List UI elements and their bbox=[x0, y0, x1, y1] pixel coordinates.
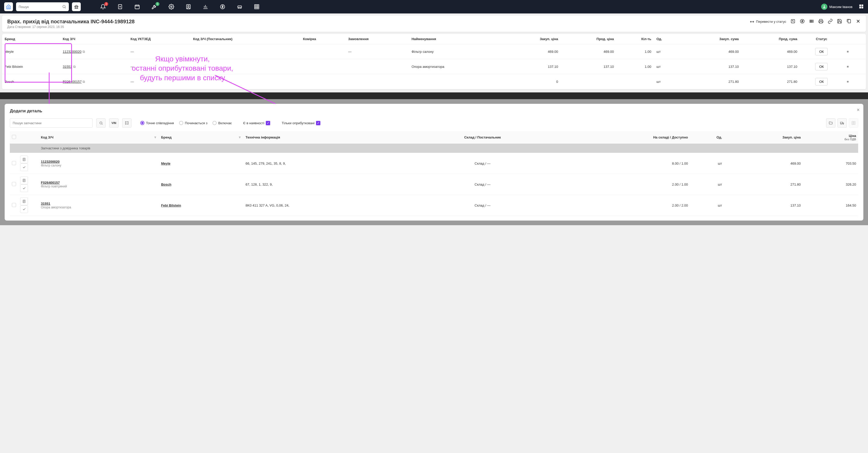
col-supplier-code[interactable]: Код З/Ч (Постачальник) bbox=[190, 34, 300, 44]
copy-icon[interactable]: ⧉ bbox=[83, 50, 85, 54]
layout-button[interactable] bbox=[849, 118, 858, 128]
parts-col-stock[interactable]: Склад / Постачальник bbox=[411, 131, 554, 144]
svg-point-18 bbox=[100, 122, 102, 124]
vehicles-button[interactable] bbox=[236, 3, 243, 10]
row-doc-button[interactable] bbox=[20, 177, 28, 184]
row-menu-button[interactable]: ≡ bbox=[846, 79, 850, 85]
part-code-link[interactable]: F026400157 bbox=[41, 181, 157, 185]
col-status[interactable]: Статус bbox=[800, 34, 843, 44]
parts-col-brand[interactable]: Бренд ▼ bbox=[159, 131, 243, 144]
brand-link[interactable]: Febi Bilstein bbox=[161, 204, 181, 207]
status-button[interactable]: ОК bbox=[815, 63, 828, 70]
filter-icon[interactable]: ▼ bbox=[238, 135, 242, 139]
col-sell-price[interactable]: Прод. ціна bbox=[561, 34, 617, 44]
calendar-icon bbox=[134, 4, 140, 9]
finance-button[interactable] bbox=[219, 3, 226, 10]
col-brand[interactable]: Бренд bbox=[2, 34, 60, 44]
tools-button[interactable]: 1 bbox=[151, 3, 158, 10]
truck-button[interactable] bbox=[837, 118, 847, 128]
svg-point-0 bbox=[63, 5, 65, 8]
row-check-button[interactable] bbox=[20, 205, 28, 213]
global-search-input[interactable] bbox=[19, 5, 62, 9]
radio-starts[interactable]: Починається з bbox=[179, 121, 207, 125]
col-purch-price[interactable]: Закуп. ціна bbox=[503, 34, 561, 44]
part-code-link[interactable]: F026400157 bbox=[63, 80, 82, 84]
payment-button[interactable] bbox=[800, 19, 805, 25]
row-checkbox[interactable] bbox=[12, 161, 16, 165]
notifications-badge: 2 bbox=[104, 2, 108, 6]
part-search-input[interactable] bbox=[13, 121, 90, 125]
row-menu-button[interactable]: ≡ bbox=[846, 64, 850, 70]
col-cell[interactable]: Комірка bbox=[301, 34, 346, 44]
in-stock-checkbox[interactable]: Є в наявності ✓ bbox=[243, 121, 271, 125]
parts-col-price[interactable]: Цінабез ПДВ bbox=[803, 131, 858, 144]
row-checkbox[interactable] bbox=[12, 182, 16, 186]
col-sell-sum[interactable]: Прод. сума bbox=[741, 34, 800, 44]
copy-icon[interactable]: ⧉ bbox=[83, 80, 85, 84]
print-button[interactable] bbox=[818, 19, 824, 25]
part-code-link[interactable]: 31551 bbox=[41, 202, 157, 206]
status-button[interactable]: ОК bbox=[815, 48, 828, 55]
folder-button[interactable] bbox=[826, 118, 835, 128]
status-button[interactable]: ОК bbox=[815, 78, 828, 85]
global-search[interactable] bbox=[16, 2, 69, 11]
radio-contains[interactable]: Включає bbox=[213, 121, 231, 125]
settings-button[interactable] bbox=[168, 3, 175, 10]
save-button[interactable] bbox=[837, 19, 842, 25]
catalog-button[interactable] bbox=[122, 118, 131, 128]
match-mode-radios: Точне співпадіння Починається з Включає bbox=[140, 121, 232, 125]
row-doc-button[interactable] bbox=[20, 156, 28, 163]
parts-col-code[interactable]: Код З/Ч ▼ bbox=[39, 131, 159, 144]
grid-button[interactable] bbox=[253, 3, 260, 10]
link-button[interactable] bbox=[828, 19, 833, 25]
brand-link[interactable]: Meyle bbox=[161, 161, 170, 165]
barcode-button[interactable] bbox=[809, 19, 814, 25]
copy-doc-button[interactable] bbox=[846, 19, 851, 25]
part-search-go-button[interactable] bbox=[96, 118, 105, 128]
calendar-button[interactable] bbox=[133, 3, 141, 10]
bank-button[interactable] bbox=[72, 2, 81, 11]
part-search[interactable] bbox=[10, 118, 93, 128]
brand-link[interactable]: Bosch bbox=[161, 182, 171, 186]
copy-icon[interactable]: ⧉ bbox=[73, 65, 75, 69]
col-name[interactable]: Найменування bbox=[409, 34, 503, 44]
col-unit[interactable]: Од. bbox=[654, 34, 681, 44]
filter-icon[interactable]: ▼ bbox=[154, 135, 157, 139]
col-uktzed[interactable]: Код УКТЗЕД bbox=[128, 34, 190, 44]
contacts-button[interactable] bbox=[185, 3, 192, 10]
part-code-link[interactable]: 31551 bbox=[63, 65, 72, 69]
parts-col-avail[interactable]: На складі / Доступно bbox=[554, 131, 690, 144]
parts-col-unit[interactable]: Од. bbox=[690, 131, 724, 144]
select-all-checkbox[interactable] bbox=[12, 135, 16, 139]
col-qty[interactable]: Кіл-ть bbox=[616, 34, 654, 44]
vin-button[interactable]: VIN bbox=[109, 118, 119, 128]
only-received-checkbox[interactable]: Тільки оприбутковані ✓ bbox=[282, 121, 320, 125]
notifications-button[interactable]: 2 bbox=[99, 3, 106, 10]
checkbox-checked-icon: ✓ bbox=[266, 121, 270, 125]
analytics-button[interactable] bbox=[202, 3, 209, 10]
modal-backdrop: × Додати деталь VIN Точне співпадіння bbox=[0, 99, 868, 225]
modal-close-button[interactable]: × bbox=[857, 107, 860, 113]
user-menu[interactable]: Максим Іванов bbox=[821, 4, 852, 10]
col-purch-sum[interactable]: Закуп. сума bbox=[681, 34, 741, 44]
apps-button[interactable] bbox=[859, 4, 864, 10]
add-document-button[interactable] bbox=[117, 3, 124, 10]
row-check-button[interactable] bbox=[20, 163, 28, 171]
page-header: Врах. прихід від постачальника INC-9444-… bbox=[2, 16, 866, 32]
row-menu-button[interactable]: ≡ bbox=[846, 49, 850, 55]
parts-col-purch[interactable]: Закуп. ціна bbox=[724, 131, 803, 144]
row-doc-button[interactable] bbox=[20, 198, 28, 205]
radio-exact[interactable]: Точне співпадіння bbox=[140, 121, 174, 125]
part-code-link[interactable]: 1123200020 bbox=[63, 50, 81, 54]
row-checkbox[interactable] bbox=[12, 203, 16, 207]
home-button[interactable] bbox=[4, 2, 13, 11]
col-code[interactable]: Код З/Ч bbox=[60, 34, 128, 44]
part-code-link[interactable]: 1123200020 bbox=[41, 160, 157, 163]
col-order[interactable]: Замовлення bbox=[345, 34, 409, 44]
export-button[interactable] bbox=[790, 19, 796, 25]
parts-col-tech[interactable]: Технічна інформація bbox=[244, 131, 411, 144]
close-button[interactable] bbox=[856, 19, 861, 25]
transfer-status-button[interactable]: Перевести у статус bbox=[750, 20, 786, 24]
row-check-button[interactable] bbox=[20, 184, 28, 192]
created-date-label: Дата Створення: 17 серпня 2023, 16:35 bbox=[7, 25, 134, 29]
